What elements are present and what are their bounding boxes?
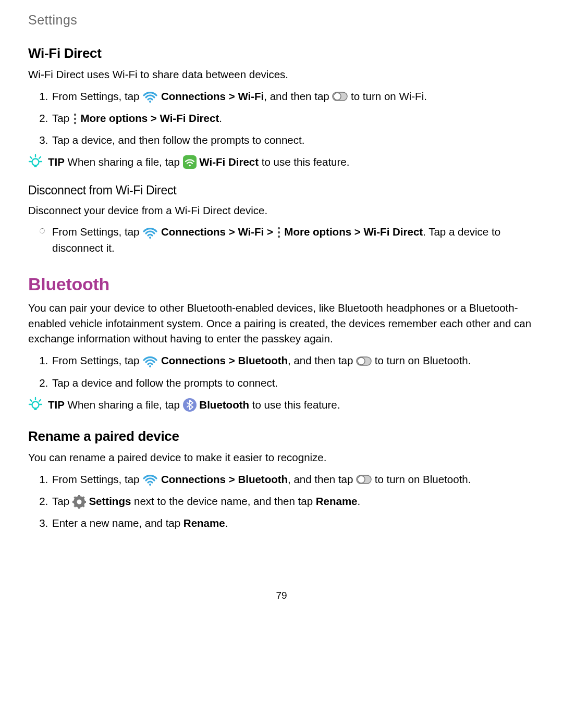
text: to use this feature. xyxy=(249,399,340,411)
more-options-icon xyxy=(276,227,282,238)
page-header: Settings xyxy=(28,10,535,29)
tip-bulb-icon xyxy=(28,154,43,168)
wifi-icon xyxy=(142,89,158,104)
text: , and then tap xyxy=(288,473,356,485)
bluetooth-tip: TIP When sharing a file, tap Bluetooth t… xyxy=(28,397,535,413)
rename-heading: Rename a paired device xyxy=(28,427,535,447)
text: From Settings, tap xyxy=(52,90,142,102)
disconnect-step-1: From Settings, tap Connections > Wi-Fi >… xyxy=(40,224,535,255)
text: Tap xyxy=(52,112,72,124)
text: to turn on Bluetooth. xyxy=(372,473,471,485)
wifi-direct-tip: TIP When sharing a file, tap Wi-Fi Direc… xyxy=(28,154,535,170)
text-bold: Wi-Fi Direct xyxy=(197,156,259,168)
wifi-icon xyxy=(142,354,158,368)
wifi-direct-step-2: Tap More options > Wi-Fi Direct. xyxy=(51,110,535,126)
text-bold: More options > Wi-Fi Direct xyxy=(282,226,423,238)
wifi-direct-step-3: Tap a device, and then follow the prompt… xyxy=(51,132,535,148)
bluetooth-steps: From Settings, tap Connections > Bluetoo… xyxy=(28,353,535,390)
tip-label: TIP xyxy=(48,399,65,411)
text: From Settings, tap xyxy=(52,226,142,238)
text: When sharing a file, tap xyxy=(65,399,183,411)
disconnect-heading: Disconnect from Wi-Fi Direct xyxy=(28,182,535,199)
wifi-direct-step-1: From Settings, tap Connections > Wi-Fi, … xyxy=(51,89,535,105)
gear-icon xyxy=(72,495,86,509)
text: next to the device name, and then tap xyxy=(131,495,315,507)
rename-step-2: Tap Settings next to the device name, an… xyxy=(51,493,535,509)
text: to turn on Bluetooth. xyxy=(372,354,471,366)
tip-label: TIP xyxy=(48,156,65,168)
text-bold: Connections > Bluetooth xyxy=(158,354,288,366)
text-bold: More options > Wi-Fi Direct xyxy=(78,112,219,124)
text-bold: Settings xyxy=(86,495,131,507)
toggle-icon xyxy=(356,354,372,368)
text-bold: Bluetooth xyxy=(197,399,249,411)
text: From Settings, tap xyxy=(52,473,142,485)
rename-steps: From Settings, tap Connections > Bluetoo… xyxy=(28,472,535,531)
text-bold: Rename xyxy=(183,517,225,529)
text-bold: Connections > Wi-Fi xyxy=(158,90,264,102)
rename-intro: You can rename a paired device to make i… xyxy=(28,450,535,465)
rename-step-3: Enter a new name, and tap Rename. xyxy=(51,515,535,531)
tip-bulb-icon xyxy=(28,397,43,411)
toggle-icon xyxy=(332,90,348,103)
disconnect-intro: Disconnect your device from a Wi-Fi Dire… xyxy=(28,203,535,218)
wifi-direct-intro: Wi-Fi Direct uses Wi-Fi to share data be… xyxy=(28,67,535,82)
text: , and then tap xyxy=(264,90,332,102)
wifi-direct-heading: Wi-Fi Direct xyxy=(28,44,535,64)
wifi-direct-badge-icon xyxy=(183,155,197,169)
text-bold: Connections > Wi-Fi > xyxy=(158,226,276,238)
text: Enter a new name, and tap xyxy=(52,517,183,529)
text: to use this feature. xyxy=(259,156,349,168)
bluetooth-intro: You can pair your device to other Blueto… xyxy=(28,300,535,347)
more-options-icon xyxy=(72,113,78,125)
text: From Settings, tap xyxy=(52,354,142,366)
wifi-icon xyxy=(142,225,158,240)
text: Tap xyxy=(52,495,72,507)
rename-step-1: From Settings, tap Connections > Bluetoo… xyxy=(51,472,535,488)
text-bold: Connections > Bluetooth xyxy=(158,473,288,485)
text-bold: Rename xyxy=(316,495,358,507)
bluetooth-badge-icon xyxy=(183,398,197,412)
disconnect-steps: From Settings, tap Connections > Wi-Fi >… xyxy=(28,224,535,255)
text: , and then tap xyxy=(288,354,356,366)
text: . xyxy=(225,517,228,529)
bluetooth-heading: Bluetooth xyxy=(28,272,535,297)
wifi-direct-steps: From Settings, tap Connections > Wi-Fi, … xyxy=(28,89,535,148)
toggle-icon xyxy=(356,473,372,486)
text: to turn on Wi-Fi. xyxy=(348,90,427,102)
page-number: 79 xyxy=(28,588,535,603)
text: . xyxy=(358,495,361,507)
text: . xyxy=(219,112,222,124)
bluetooth-step-2: Tap a device and follow the prompts to c… xyxy=(51,375,535,391)
wifi-icon xyxy=(142,472,158,487)
text: When sharing a file, tap xyxy=(65,156,183,168)
bluetooth-step-1: From Settings, tap Connections > Bluetoo… xyxy=(51,353,535,369)
